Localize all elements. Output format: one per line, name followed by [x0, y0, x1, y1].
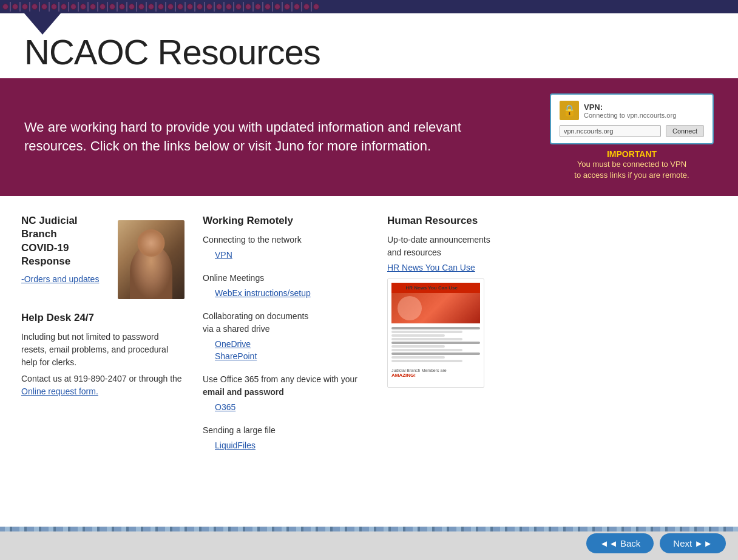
decor-line [233, 2, 234, 12]
vpn-title: VPN: [584, 103, 676, 112]
decor-line [146, 2, 147, 12]
decor-dot [294, 4, 300, 10]
person-photo [118, 220, 184, 299]
decor-dot [216, 4, 222, 10]
decor-dot [303, 4, 310, 10]
banner-important-label: IMPORTANT [607, 149, 657, 159]
office365-label: Use Office 365 from any device with your… [203, 373, 360, 399]
decor-dot [265, 4, 271, 10]
decor-dot [90, 4, 96, 10]
hr-thumbnail-title: HR News You Can Use [405, 285, 458, 291]
decor-line [68, 2, 69, 12]
decor-dot [32, 4, 38, 10]
banner-important-text: You must be connected to VPNto access li… [574, 159, 689, 181]
hr-thumbnail: HR HR News You Can Use Judicial Branch M… [387, 278, 484, 388]
decor-line [223, 2, 225, 12]
hr-thumb-line-10 [391, 360, 462, 362]
back-button[interactable]: ◄◄ Back [586, 533, 654, 553]
decor-dot [168, 4, 174, 10]
decor-line [282, 2, 283, 12]
liquidfiles-link[interactable]: LiquidFiles [215, 440, 360, 450]
vpn-url-row: Connect [560, 125, 704, 137]
vpn-box-header: 🔒 VPN: Connecting to vpn.nccourts.org [560, 101, 704, 120]
decor-dot [61, 4, 67, 10]
sharepoint-link[interactable]: SharePoint [215, 351, 360, 361]
help-desk-text: Including but not limited to password re… [21, 331, 184, 369]
decor-dot [274, 4, 280, 10]
hr-thumb-line-6 [391, 345, 445, 348]
next-button[interactable]: Next ►► [660, 533, 726, 553]
decor-line [97, 2, 98, 12]
online-request-link[interactable]: Online request form. [21, 386, 98, 396]
o365-link[interactable]: O365 [215, 402, 360, 412]
decor-dot [245, 4, 251, 10]
decor-dot [158, 4, 164, 10]
column-2: Working Remotely Connecting to the netwo… [194, 214, 369, 514]
vpn-subtitle: Connecting to vpn.nccourts.org [584, 112, 676, 119]
decor-line [10, 2, 11, 12]
decor-line [175, 2, 176, 12]
decor-dot [41, 4, 47, 10]
decor-line [252, 2, 254, 12]
hr-thumb-line-7 [391, 349, 462, 351]
contact-text: Contact us at 919-890-2407 or through th… [21, 374, 182, 383]
decor-dot [12, 4, 18, 10]
decor-line [78, 2, 79, 12]
vpn-link[interactable]: VPN [215, 250, 360, 260]
decor-dot [187, 4, 193, 10]
hr-news-link[interactable]: HR News You Can Use [387, 263, 717, 272]
decor-dot [138, 4, 144, 10]
banner-text: We are working hard to provide you with … [24, 118, 526, 156]
hr-thumb-line-2 [391, 331, 462, 333]
help-desk-contact: Contact us at 919-890-2407 or through th… [21, 373, 184, 398]
vpn-connect-button[interactable]: Connect [666, 125, 704, 137]
banner-section: We are working hard to provide you with … [0, 78, 738, 196]
decor-line [243, 2, 244, 12]
decor-line [165, 2, 166, 12]
decor-line [19, 2, 21, 12]
hr-thumb-line-1 [391, 327, 480, 329]
onedrive-link[interactable]: OneDrive [215, 339, 360, 349]
large-file-label: Sending a large file [203, 424, 360, 437]
decor-dot [226, 4, 232, 10]
decor-line [214, 2, 215, 12]
decor-line [117, 2, 118, 12]
hr-thumb-footer-text: Judicial Branch Members are [391, 368, 480, 373]
decor-line [136, 2, 137, 12]
decor-line [155, 2, 157, 12]
decor-dot [284, 4, 290, 10]
header: NCAOC Resources [0, 13, 738, 78]
column-4: Human Resources Up-to-date announcements… [369, 214, 720, 514]
decor-line [194, 2, 195, 12]
working-remotely-title: Working Remotely [203, 214, 360, 228]
decor-dot [255, 4, 261, 10]
decor-dot [206, 4, 212, 10]
decor-dot [80, 4, 86, 10]
decor-dot [313, 4, 319, 10]
col1-left: NC Judicial BranchCOVID-19 Response -Ord… [21, 214, 109, 286]
help-desk-section: Help Desk 24/7 Including but not limited… [21, 311, 184, 398]
decor-line [58, 2, 59, 12]
decor-line [29, 2, 30, 12]
connecting-label: Connecting to the network [203, 234, 360, 246]
hr-thumb-line-3 [391, 334, 445, 337]
vpn-screenshot-box: 🔒 VPN: Connecting to vpn.nccourts.org Co… [550, 93, 714, 144]
decor-dot [235, 4, 242, 10]
vpn-url-input[interactable] [560, 125, 661, 137]
decor-dot [109, 4, 115, 10]
webex-link[interactable]: WebEx instructions/setup [215, 288, 360, 298]
decor-line [262, 2, 263, 12]
decor-line [311, 2, 312, 12]
orders-updates-link[interactable]: -Orders and updates [21, 274, 109, 284]
main-content: NC Judicial BranchCOVID-19 Response -Ord… [0, 196, 738, 527]
hr-thumbnail-lines [391, 326, 480, 365]
decor-line [301, 2, 302, 12]
hr-thumbnail-header: HR HR News You Can Use [391, 283, 480, 293]
hr-title: Human Resources [387, 214, 717, 228]
decor-dot [70, 4, 76, 10]
column-1: NC Judicial BranchCOVID-19 Response -Ord… [18, 214, 194, 514]
decor-dot [100, 4, 106, 10]
decor-dot [119, 4, 125, 10]
page-title: NCAOC Resources [24, 32, 714, 72]
decor-line [107, 2, 108, 12]
